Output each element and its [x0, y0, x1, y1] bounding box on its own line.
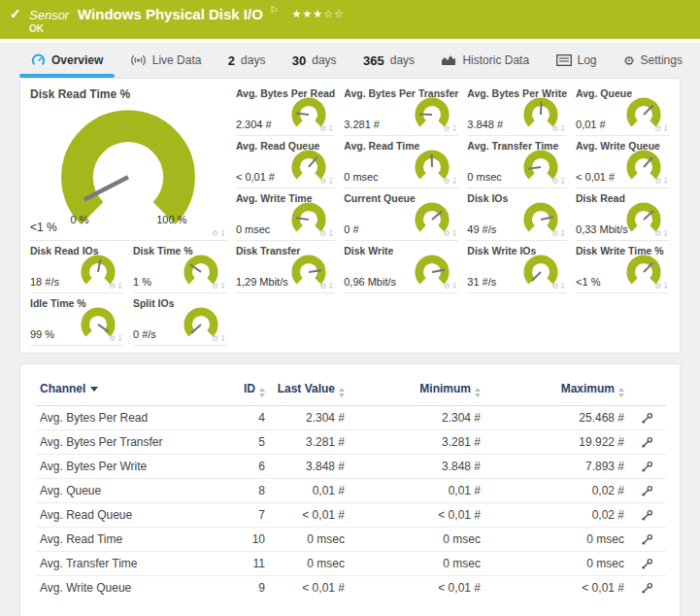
channel-row[interactable]: Avg. Write Queue9< 0,01 #< 0,01 #< 0,01 … — [36, 576, 666, 600]
pin-icon[interactable]: ↧ — [328, 177, 336, 186]
pin-icon[interactable]: ↧ — [328, 124, 336, 133]
gauge-avg-bytes-per-write[interactable]: Avg. Bytes Per Write 3.848 # ⚙↧ — [467, 84, 567, 136]
pin-icon[interactable]: ↧ — [451, 177, 459, 186]
gear-icon[interactable]: ⚙ — [443, 282, 450, 291]
tab-historic-data[interactable]: Historic Data — [439, 43, 531, 78]
pin-icon[interactable]: ↧ — [451, 124, 459, 133]
channel-row[interactable]: Avg. Queue80,01 #0,01 #0,02 # — [36, 479, 666, 503]
gear-icon[interactable]: ⚙ — [212, 334, 219, 343]
pin-icon[interactable]: ↧ — [662, 124, 670, 133]
pin-icon[interactable]: ↧ — [559, 124, 567, 133]
gauge-disk-read-ios[interactable]: Disk Read IOs 18 #/s ⚙↧ — [30, 241, 124, 293]
channel-settings-icon[interactable] — [641, 582, 653, 595]
pin-icon[interactable]: ↧ — [662, 177, 670, 186]
pin-icon[interactable]: ↧ — [219, 229, 227, 238]
gear-icon[interactable]: ⚙ — [319, 229, 327, 238]
channel-tools-cell[interactable] — [628, 503, 666, 528]
tab-live-data[interactable]: Live Data — [128, 43, 204, 78]
gauge-avg-read-queue[interactable]: Avg. Read Queue < 0,01 # ⚙↧ — [236, 136, 335, 188]
gauge-avg-read-time[interactable]: Avg. Read Time 0 msec ⚙↧ — [344, 136, 458, 188]
channel-tools-cell[interactable] — [628, 430, 666, 455]
pin-icon[interactable]: ↧ — [559, 282, 567, 291]
gauge-disk-ios[interactable]: Disk IOs 49 #/s ⚙↧ — [467, 188, 567, 241]
gauge-avg-bytes-per-transfer[interactable]: Avg. Bytes Per Transfer 3.281 # ⚙↧ — [344, 84, 458, 136]
pin-icon[interactable]: ↧ — [328, 229, 336, 238]
gear-icon[interactable]: ⚙ — [319, 282, 327, 291]
channel-settings-icon[interactable] — [641, 461, 653, 473]
channel-row[interactable]: Avg. Transfer Time110 msec0 msec0 msec — [36, 552, 666, 576]
gauge-idle-time[interactable]: Idle Time % 99 % ⚙↧ — [30, 293, 124, 346]
channel-settings-icon[interactable] — [641, 436, 653, 449]
tab-label: Overview — [51, 53, 103, 67]
channel-settings-icon[interactable] — [641, 485, 653, 497]
channel-minimum: 3.281 # — [349, 430, 484, 455]
channel-settings-icon[interactable] — [641, 412, 653, 425]
tab-days[interactable]: 365days — [361, 43, 417, 78]
channel-row[interactable]: Avg. Bytes Per Write63.848 #3.848 #7.893… — [36, 455, 666, 479]
column-header-last-value[interactable]: Last Value — [269, 378, 349, 406]
channel-tools-cell[interactable] — [628, 576, 666, 600]
gear-icon[interactable]: ⚙ — [443, 124, 450, 133]
gauge-avg-bytes-per-read[interactable]: Avg. Bytes Per Read 2.304 # ⚙↧ — [236, 84, 335, 136]
pin-icon[interactable]: ↧ — [117, 334, 124, 343]
gear-icon[interactable]: ⚙ — [443, 177, 450, 186]
gauge-avg-transfer-time[interactable]: Avg. Transfer Time 0 msec ⚙↧ — [467, 136, 567, 188]
channel-id: 5 — [220, 430, 269, 455]
pin-icon[interactable]: ↧ — [662, 229, 670, 238]
gauge-avg-queue[interactable]: Avg. Queue 0,01 # ⚙↧ — [576, 84, 670, 136]
gear-icon[interactable]: ⚙ — [212, 282, 219, 291]
gear-icon[interactable]: ⚙ — [319, 177, 327, 186]
channel-row[interactable]: Avg. Bytes Per Transfer53.281 #3.281 #19… — [36, 430, 666, 455]
gauge-value: <1 % — [30, 221, 57, 234]
tab-days[interactable]: 2days — [226, 43, 268, 78]
tab-overview[interactable]: Overview — [29, 43, 105, 78]
gauge-disk-write[interactable]: Disk Write 0,96 Mbit/s ⚙↧ — [344, 241, 458, 293]
gauge-disk-write-time[interactable]: Disk Write Time % <1 % ⚙↧ — [576, 241, 670, 293]
channel-tools-cell[interactable] — [628, 455, 666, 479]
channel-tools-cell[interactable] — [628, 406, 666, 430]
channel-settings-icon[interactable] — [641, 509, 653, 522]
column-header-minimum[interactable]: Minimum — [349, 378, 484, 406]
pin-icon[interactable]: ↧ — [219, 334, 227, 343]
pin-icon[interactable]: ↧ — [219, 282, 227, 291]
pin-icon[interactable]: ↧ — [328, 282, 336, 291]
pin-icon[interactable]: ↧ — [117, 282, 124, 291]
column-header-channel[interactable]: Channel — [36, 378, 220, 406]
channel-tools-cell[interactable] — [628, 479, 666, 503]
tab-log[interactable]: Log — [554, 43, 599, 78]
gauge-avg-write-time[interactable]: Avg. Write Time 0 msec ⚙↧ — [236, 188, 335, 241]
channel-tools-cell[interactable] — [628, 528, 666, 552]
channel-row[interactable]: Avg. Read Queue7< 0,01 #< 0,01 #0,02 # — [36, 503, 666, 528]
gauge-disk-write-ios[interactable]: Disk Write IOs 31 #/s ⚙↧ — [467, 241, 567, 293]
column-header-id[interactable]: ID — [220, 378, 269, 406]
gear-icon[interactable]: ⚙ — [319, 124, 327, 133]
channel-row[interactable]: Avg. Read Time100 msec0 msec0 msec — [36, 528, 666, 552]
channel-row[interactable]: Avg. Bytes Per Read42.304 #2.304 #25.468… — [36, 406, 666, 430]
gauge-disk-time[interactable]: Disk Time % 1 % ⚙↧ — [133, 241, 227, 293]
pin-icon[interactable]: ↧ — [559, 229, 567, 238]
pin-icon[interactable]: ↧ — [451, 282, 459, 291]
gauge-avg-write-queue[interactable]: Avg. Write Queue < 0,01 # ⚙↧ — [576, 136, 670, 188]
gauge-scale-max: 100 % — [156, 214, 186, 225]
rating-stars[interactable]: ★★★☆☆ — [292, 8, 345, 19]
gauge-disk-transfer[interactable]: Disk Transfer 1,29 Mbit/s ⚙↧ — [236, 241, 335, 293]
tab-settings[interactable]: ⚙Settings — [621, 43, 684, 78]
primary-gauge-disk-read-time[interactable]: Disk Read Time % 0 % 100 % <1 % ⚙↧ — [30, 84, 227, 241]
gauge-disk-read[interactable]: Disk Read 0,33 Mbit/s ⚙↧ — [576, 188, 670, 241]
gauge-value: 0,01 # — [576, 119, 606, 130]
channel-settings-icon[interactable] — [641, 533, 653, 546]
tab-days[interactable]: 30days — [290, 43, 339, 78]
gauge-value: 0 # — [344, 223, 358, 235]
gauge-current-queue[interactable]: Current Queue 0 # ⚙↧ — [344, 188, 458, 241]
pin-icon[interactable]: ↧ — [451, 229, 459, 238]
channel-tools-cell[interactable] — [628, 552, 666, 576]
pin-icon[interactable]: ↧ — [559, 177, 567, 186]
column-header-maximum[interactable]: Maximum — [484, 378, 628, 406]
priority-flag-icon[interactable]: ⚐ — [270, 5, 279, 16]
gear-icon[interactable]: ⚙ — [443, 229, 450, 238]
gauge-value: 31 #/s — [467, 276, 496, 288]
channel-settings-icon[interactable] — [641, 558, 653, 570]
pin-icon[interactable]: ↧ — [662, 282, 670, 291]
gauge-split-ios[interactable]: Split IOs 0 #/s ⚙↧ — [133, 293, 227, 346]
gear-icon[interactable]: ⚙ — [212, 229, 219, 238]
